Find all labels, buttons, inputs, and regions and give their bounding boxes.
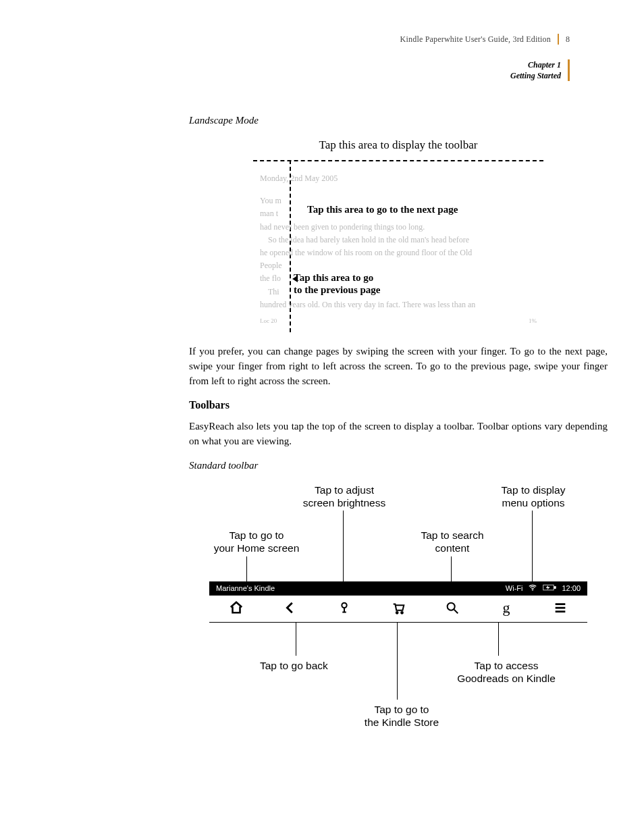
svg-rect-2 — [554, 586, 556, 588]
goodreads-label-l1: Tap to access — [475, 660, 539, 671]
home-label: Tap to go to your Home screen — [203, 529, 311, 555]
battery-icon — [543, 583, 556, 593]
svg-point-0 — [533, 589, 534, 590]
search-label: Tap to search content — [398, 529, 506, 555]
svg-point-3 — [342, 602, 346, 607]
connector-line — [296, 622, 296, 656]
wifi-icon — [528, 583, 537, 594]
sample-line: he opened the window of his room on the … — [260, 246, 537, 259]
svg-point-4 — [396, 612, 398, 614]
dashed-line-horizontal — [253, 160, 543, 161]
toolbars-paragraph: EasyReach also lets you tap the top of t… — [189, 419, 608, 449]
store-label: Tap to go to the Kindle Store — [348, 703, 456, 729]
brightness-label-l1: Tap to adjust — [315, 484, 374, 496]
sample-page-text: Monday, 2nd May 2005 You m man t had nev… — [260, 172, 537, 325]
goodreads-label: Tap to access Goodreads on Kindle — [452, 659, 560, 685]
connector-line — [397, 622, 398, 700]
page-body: Landscape Mode Tap this area to display … — [189, 115, 608, 740]
menu-label: Tap to display menu options — [479, 484, 587, 510]
brightness-label-l2: screen brightness — [303, 497, 385, 509]
prev-page-annotation: Tap this area to go to the previous page — [294, 271, 380, 296]
toolbar-tap-caption: Tap this area to display the toolbar — [189, 138, 608, 152]
search-label-l2: content — [435, 542, 470, 554]
brightness-icon[interactable] — [336, 599, 353, 617]
sample-line: So the idea had barely taken hold in the… — [260, 234, 537, 246]
loc-indicator: Loc 20 — [260, 316, 277, 325]
chapter-number: Chapter 1 — [400, 59, 561, 70]
home-label-l2: your Home screen — [214, 542, 300, 554]
prev-page-annotation-l2: to the previous page — [294, 284, 380, 295]
prev-page-annotation-l1: Tap this area to go — [294, 272, 373, 283]
wifi-label: Wi-Fi — [506, 584, 523, 592]
back-label: Tap to go back — [260, 659, 328, 672]
status-right: Wi-Fi 12:00 — [506, 583, 581, 594]
menu-label-l1: Tap to display — [502, 484, 566, 496]
device-name: Marianne's Kindle — [216, 584, 275, 592]
status-bar: Marianne's Kindle Wi-Fi 12:00 — [209, 581, 587, 595]
toolbar-diagram: Tap to adjust screen brightness Tap to d… — [209, 484, 587, 740]
menu-icon[interactable] — [552, 599, 569, 617]
swipe-paragraph: If you prefer, you can change pages by s… — [189, 344, 608, 388]
back-icon[interactable] — [281, 599, 299, 617]
toolbars-heading: Toolbars — [189, 399, 608, 411]
doc-title: Kindle Paperwhite User's Guide, 3rd Edit… — [400, 34, 551, 45]
kindle-toolbar: Marianne's Kindle Wi-Fi 12:00 — [209, 581, 587, 619]
toolbar-icon-row: g — [209, 595, 587, 621]
goodreads-label-l2: Goodreads on Kindle — [457, 673, 556, 684]
brightness-label: Tap to adjust screen brightness — [290, 484, 398, 510]
store-label-l2: the Kindle Store — [365, 716, 439, 728]
sample-line: hundred years old. On this very day in f… — [260, 298, 537, 311]
sample-line: People — [260, 259, 537, 272]
landscape-mode-label: Landscape Mode — [189, 115, 608, 126]
landscape-figure: Monday, 2nd May 2005 You m man t had nev… — [253, 160, 543, 332]
chapter-block: Chapter 1 Getting Started — [400, 59, 570, 81]
sample-line: had never been given to pondering things… — [260, 221, 537, 234]
store-label-l1: Tap to go to — [374, 704, 429, 715]
document-page: Kindle Paperwhite User's Guide, 3rd Edit… — [0, 0, 644, 834]
percent-indicator: 1% — [529, 316, 537, 325]
connector-line — [498, 622, 499, 656]
running-header: Kindle Paperwhite User's Guide, 3rd Edit… — [400, 34, 570, 81]
toolbar-baseline — [209, 622, 587, 623]
next-page-annotation: Tap this area to go to the next page — [307, 203, 458, 215]
header-divider — [558, 34, 559, 45]
store-icon[interactable] — [390, 599, 407, 617]
standard-toolbar-label: Standard toolbar — [189, 460, 608, 471]
page-number: 8 — [566, 34, 570, 45]
sample-date: Monday, 2nd May 2005 — [260, 172, 537, 185]
home-icon[interactable] — [227, 599, 245, 617]
search-icon[interactable] — [444, 599, 461, 617]
home-label-l1: Tap to go to — [229, 529, 284, 541]
goodreads-icon[interactable]: g — [498, 599, 515, 617]
running-header-line: Kindle Paperwhite User's Guide, 3rd Edit… — [400, 34, 570, 45]
menu-label-l2: menu options — [502, 497, 564, 509]
svg-point-6 — [448, 602, 455, 610]
search-label-l1: Tap to search — [421, 529, 483, 541]
clock: 12:00 — [562, 584, 581, 592]
svg-point-5 — [401, 612, 403, 614]
chapter-title: Getting Started — [400, 70, 561, 81]
